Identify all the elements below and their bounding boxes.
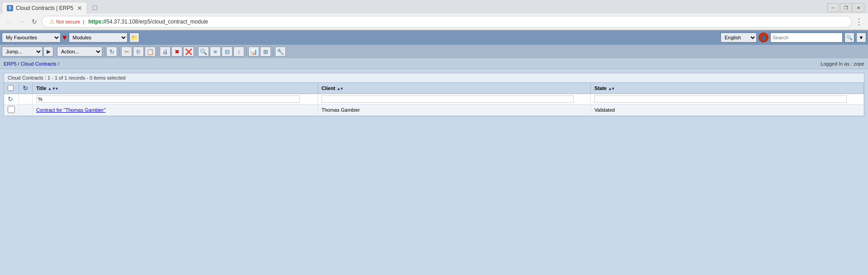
separator-3 — [157, 47, 158, 56]
filter-title-input[interactable]: % — [36, 95, 300, 103]
refresh-icon[interactable]: ↻ — [23, 85, 28, 92]
state-sort-icons[interactable]: ▲▾ — [608, 86, 614, 91]
stats-button[interactable]: 📊 — [248, 47, 259, 57]
th-tools: ↻ — [19, 83, 33, 94]
breadcrumb-separator-2: / — [58, 61, 59, 66]
reload-button[interactable]: ↻ — [29, 16, 40, 27]
delete-button[interactable]: ✖ — [171, 47, 182, 57]
user-icon-button[interactable]: 👤 — [759, 33, 768, 43]
tab-bar: 5 Cloud Contracts | ERP5 ✕ □ ─ ❐ ✕ — [0, 0, 868, 14]
filter-row: ↻ % — [4, 94, 864, 104]
filter-title-cell[interactable]: % — [33, 94, 318, 104]
row-icon-cell — [19, 104, 33, 116]
favourites-select[interactable]: My Favourites — [2, 33, 61, 43]
window-controls: ─ ❐ ✕ — [827, 3, 866, 12]
refresh-button[interactable]: ↻ — [106, 47, 117, 57]
th-title-label: Title — [36, 85, 46, 91]
th-client[interactable]: Client ▲▾ — [318, 83, 591, 94]
table-header-row: ↻ Title ▲▼▾ Client ▲▾ State ▲▾ — [4, 83, 864, 94]
address-bar: ← → ↻ ⚠ Not secure | https://54.37.31.10… — [0, 14, 868, 30]
jump-go-button[interactable]: ▶ — [43, 47, 53, 57]
row-title-link[interactable]: Contract for "Thomas Gambier" — [36, 107, 105, 113]
url-path: /erp5/cloud_contract_module — [138, 19, 208, 25]
browser-menu-button[interactable]: ⋮ — [854, 16, 864, 27]
filter-row-icon: ↻ — [8, 95, 13, 103]
th-client-label: Client — [322, 85, 336, 91]
select-all-checkbox[interactable] — [8, 85, 14, 91]
breadcrumb-module-link[interactable]: Cloud Contracts — [21, 61, 57, 66]
tab-title: Cloud Contracts | ERP5 — [16, 5, 73, 11]
minimize-button[interactable]: ─ — [827, 3, 839, 12]
breadcrumb-erp5-link[interactable]: ERP5 — [4, 61, 17, 66]
list-table: ↻ Title ▲▼▾ Client ▲▾ State ▲▾ — [4, 83, 864, 116]
row-checkbox[interactable] — [8, 106, 15, 113]
title-sort-icons[interactable]: ▲▼▾ — [47, 86, 58, 91]
top-bar-right: English 👤 🔍 ▼ — [721, 33, 866, 43]
row-client-cell: Thomas Gambier — [318, 104, 591, 116]
url-host: 54.37.31.108 — [106, 19, 138, 25]
separator-5 — [246, 47, 247, 56]
breadcrumb: ERP5 / Cloud Contracts / — [4, 61, 59, 66]
tab-close-button[interactable]: ✕ — [77, 5, 82, 11]
restore-button[interactable]: ❐ — [840, 3, 852, 12]
jump-select[interactable]: Jump... — [2, 47, 43, 57]
search-button[interactable]: 🔍 — [844, 33, 854, 43]
active-tab[interactable]: 5 Cloud Contracts | ERP5 ✕ — [2, 2, 87, 14]
logged-in-label: Logged In as : zope — [821, 61, 864, 66]
language-select[interactable]: English — [721, 33, 757, 43]
settings-button[interactable]: 🔧 — [275, 47, 286, 57]
list-header: Cloud Contracts : 1 - 1 of 1 records - 0… — [4, 73, 864, 83]
url-bar[interactable]: ⚠ Not secure | https://54.37.31.108/erp5… — [42, 16, 852, 28]
copy-button[interactable]: ⎘ — [133, 47, 144, 57]
breadcrumb-bar: ERP5 / Cloud Contracts / Logged In as : … — [0, 58, 868, 69]
separator-1 — [104, 47, 104, 56]
grid-button[interactable]: ⊞ — [260, 47, 271, 57]
filter-button[interactable]: ⊟ — [222, 47, 232, 57]
filter-client-input[interactable] — [322, 95, 574, 103]
toolbar: Jump... ▶ Action... ↻ ✂ ⎘ 📋 🖨 ✖ ❌ 🔍 ≡ ⊟ … — [0, 45, 868, 58]
th-select-all[interactable] — [4, 83, 19, 94]
list-container: Cloud Contracts : 1 - 1 of 1 records - 0… — [4, 73, 864, 116]
folder-icon-button[interactable]: 📁 — [129, 33, 139, 43]
table-row: Contract for "Thomas Gambier" Thomas Gam… — [4, 104, 864, 116]
url-scheme: https:// — [88, 19, 106, 25]
new-tab-button[interactable]: □ — [89, 3, 101, 12]
paste-button[interactable]: 📋 — [145, 47, 156, 57]
list-view-button[interactable]: ≡ — [210, 47, 221, 57]
security-text: Not secure — [56, 19, 80, 24]
print-button[interactable]: 🖨 — [160, 47, 171, 57]
cut-button[interactable]: ✂ — [121, 47, 132, 57]
close-button2[interactable]: ❌ — [183, 47, 194, 57]
security-indicator: ⚠ Not secure | — [47, 17, 88, 26]
th-state[interactable]: State ▲▾ — [591, 83, 864, 94]
row-title-cell[interactable]: Contract for "Thomas Gambier" — [33, 104, 318, 116]
separator-6 — [273, 47, 273, 56]
row-check-cell[interactable] — [4, 104, 19, 116]
action-select[interactable]: Action... — [57, 47, 102, 57]
modules-select[interactable]: Modules — [69, 33, 128, 43]
warning-icon: ⚠ — [49, 18, 55, 25]
browser-chrome: 5 Cloud Contracts | ERP5 ✕ □ ─ ❐ ✕ ← → ↻… — [0, 0, 868, 30]
search-input[interactable] — [770, 33, 843, 43]
sort-button[interactable]: ↕ — [233, 47, 244, 57]
filter-check-cell: ↻ — [4, 94, 19, 104]
erp5-top-bar: My Favourites ♥ Modules 📁 English 👤 🔍 ▼ — [0, 30, 868, 45]
filter-state-input[interactable] — [594, 95, 846, 103]
th-title[interactable]: Title ▲▼▾ — [33, 83, 318, 94]
main-content: Cloud Contracts : 1 - 1 of 1 records - 0… — [0, 69, 868, 120]
forward-button[interactable]: → — [16, 16, 27, 27]
separator-2 — [119, 47, 119, 56]
search-extra-button[interactable]: ▼ — [856, 33, 866, 43]
client-sort-icons[interactable]: ▲▾ — [337, 86, 343, 91]
row-state-cell: Validated — [591, 104, 864, 116]
th-state-label: State — [594, 85, 607, 91]
search-view-button[interactable]: 🔍 — [198, 47, 209, 57]
filter-client-cell[interactable] — [318, 94, 591, 104]
heart-button[interactable]: ♥ — [62, 33, 67, 42]
filter-tools-cell — [19, 94, 33, 104]
filter-state-cell[interactable] — [591, 94, 864, 104]
separator-4 — [196, 47, 196, 56]
close-button[interactable]: ✕ — [853, 3, 864, 12]
back-button[interactable]: ← — [4, 16, 14, 27]
tab-favicon: 5 — [7, 5, 13, 11]
